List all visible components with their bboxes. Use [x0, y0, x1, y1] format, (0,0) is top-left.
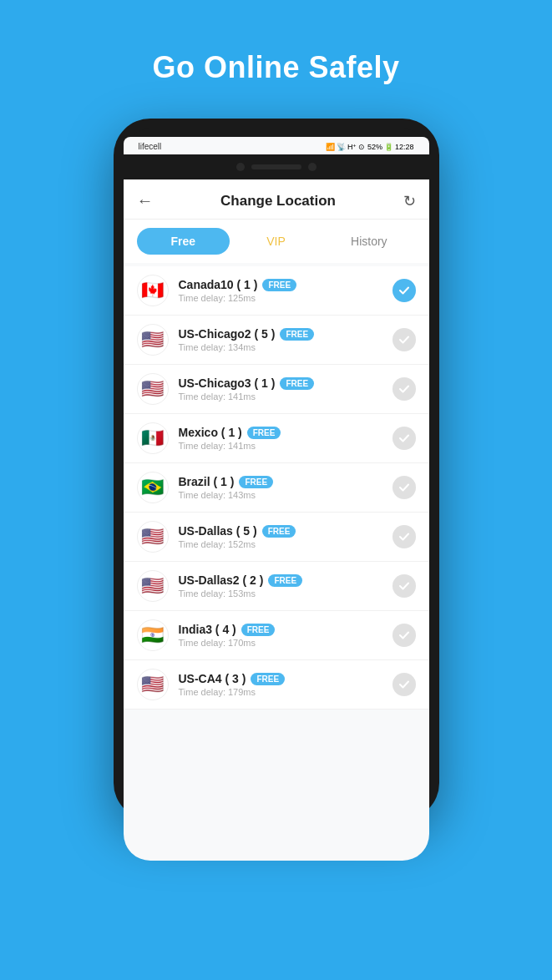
select-indicator — [392, 673, 416, 696]
phone-screen: ← Change Location ↻ Free VIP History 🇨🇦 … — [124, 179, 429, 861]
signal-icon: 📶 — [326, 143, 335, 151]
location-name: India3 ( 4 ) — [179, 623, 236, 636]
tab-vip[interactable]: VIP — [230, 228, 322, 255]
select-indicator — [392, 624, 416, 647]
time-delay: Time delay: 152ms — [179, 539, 382, 549]
time-delay: Time delay: 141ms — [179, 441, 382, 451]
free-badge: FREE — [251, 673, 285, 685]
tab-history[interactable]: History — [322, 228, 415, 255]
location-name: US-Dallas2 ( 2 ) — [179, 573, 264, 587]
camera-dot-right — [308, 163, 317, 171]
time-delay: Time delay: 153ms — [179, 589, 382, 599]
flag-icon: 🇺🇸 — [137, 521, 169, 553]
phone-top-bar: lifecell 📶 📡 H⁺ ⊙ 52% 🔋 12:28 — [124, 129, 429, 179]
list-item[interactable]: 🇲🇽 Mexico ( 1 ) FREE Time delay: 141ms — [124, 414, 429, 463]
free-badge: FREE — [268, 574, 302, 587]
list-item[interactable]: 🇺🇸 US-Dallas2 ( 2 ) FREE Time delay: 153… — [124, 562, 429, 611]
list-item[interactable]: 🇺🇸 US-CA4 ( 3 ) FREE Time delay: 179ms — [124, 660, 429, 710]
list-item[interactable]: 🇺🇸 US-Chicago2 ( 5 ) FREE Time delay: 13… — [124, 316, 429, 365]
time-delay: Time delay: 125ms — [179, 293, 382, 303]
speaker-slit — [251, 164, 301, 169]
flag-icon: 🇺🇸 — [137, 669, 169, 700]
status-icons: 📶 📡 H⁺ ⊙ 52% 🔋 12:28 — [326, 143, 414, 151]
free-badge: FREE — [262, 279, 296, 291]
time-delay: Time delay: 134ms — [179, 342, 382, 352]
time-delay: Time delay: 179ms — [179, 687, 382, 697]
flag-icon: 🇺🇸 — [137, 570, 169, 602]
time-delay: Time delay: 170ms — [179, 638, 382, 648]
time-delay: Time delay: 143ms — [179, 490, 382, 500]
location-name: US-Chicago2 ( 5 ) — [179, 327, 276, 341]
list-item[interactable]: 🇺🇸 US-Dallas ( 5 ) FREE Time delay: 152m… — [124, 513, 429, 562]
camera-dot-left — [236, 163, 245, 171]
wifi-icon: 📡 — [337, 143, 346, 151]
select-indicator — [392, 377, 416, 401]
list-item[interactable]: 🇮🇳 India3 ( 4 ) FREE Time delay: 170ms — [124, 611, 429, 660]
app-header: ← Change Location ↻ — [124, 179, 429, 220]
select-indicator — [392, 574, 416, 598]
flag-icon: 🇺🇸 — [137, 373, 169, 405]
select-indicator — [392, 427, 416, 450]
flag-icon: 🇧🇷 — [137, 472, 169, 503]
tabs-container: Free VIP History — [124, 220, 429, 263]
screen-title: Change Location — [220, 193, 336, 210]
battery-icon: 🔋 — [384, 143, 393, 151]
time-delay: Time delay: 141ms — [179, 391, 382, 402]
free-badge: FREE — [280, 328, 314, 341]
list-item[interactable]: 🇨🇦 Canada10 ( 1 ) FREE Time delay: 125ms — [124, 266, 429, 316]
time-label: 12:28 — [395, 143, 414, 151]
phone-frame: lifecell 📶 📡 H⁺ ⊙ 52% 🔋 12:28 ← Change L… — [114, 119, 439, 820]
location-name: Mexico ( 1 ) — [179, 426, 242, 439]
location-name: Brazil ( 1 ) — [179, 475, 235, 488]
flag-icon: 🇺🇸 — [137, 324, 169, 356]
free-badge: FREE — [241, 624, 276, 636]
select-indicator — [392, 328, 416, 351]
refresh-button[interactable]: ↻ — [403, 192, 416, 210]
data-icon: H⁺ — [347, 143, 357, 151]
battery-label: ⊙ 52% — [358, 143, 382, 151]
list-item[interactable]: 🇧🇷 Brazil ( 1 ) FREE Time delay: 143ms — [124, 463, 429, 513]
camera-area — [124, 154, 429, 179]
free-badge: FREE — [239, 476, 273, 488]
free-badge: FREE — [280, 377, 314, 390]
page-headline: Go Online Safely — [152, 50, 399, 85]
location-list: 🇨🇦 Canada10 ( 1 ) FREE Time delay: 125ms… — [124, 266, 429, 710]
location-name: US-Chicago3 ( 1 ) — [179, 376, 276, 390]
list-item[interactable]: 🇺🇸 US-Chicago3 ( 1 ) FREE Time delay: 14… — [124, 365, 429, 414]
flag-icon: 🇨🇦 — [137, 275, 169, 306]
carrier-label: lifecell — [139, 142, 162, 151]
location-name: US-Dallas ( 5 ) — [179, 524, 257, 538]
tab-free[interactable]: Free — [137, 228, 230, 255]
location-name: US-CA4 ( 3 ) — [179, 672, 246, 685]
free-badge: FREE — [262, 525, 296, 538]
status-bar: lifecell 📶 📡 H⁺ ⊙ 52% 🔋 12:28 — [124, 137, 429, 154]
select-indicator — [392, 279, 416, 302]
select-indicator — [392, 525, 416, 548]
select-indicator — [392, 476, 416, 499]
location-name: Canada10 ( 1 ) — [179, 278, 258, 291]
flag-icon: 🇮🇳 — [137, 619, 169, 651]
flag-icon: 🇲🇽 — [137, 422, 169, 454]
free-badge: FREE — [247, 427, 281, 439]
back-button[interactable]: ← — [137, 191, 154, 210]
